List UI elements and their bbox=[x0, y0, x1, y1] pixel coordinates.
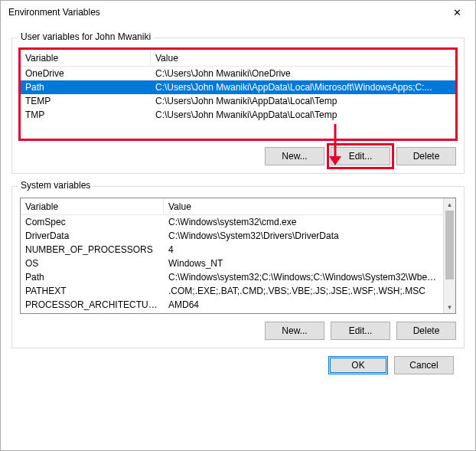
cell-value: Windows_NT bbox=[164, 257, 443, 270]
col-value[interactable]: Value bbox=[151, 50, 455, 66]
delete-button[interactable]: Delete bbox=[396, 147, 456, 165]
scroll-thumb[interactable] bbox=[445, 211, 454, 279]
user-list-body: OneDriveC:\Users\John Mwaniki\OneDrivePa… bbox=[21, 67, 455, 139]
close-icon[interactable]: ✕ bbox=[440, 2, 474, 23]
cell-variable: PATHEXT bbox=[21, 285, 164, 297]
system-variables-group: System variables Variable Value ComSpecC… bbox=[11, 186, 465, 348]
cell-value: 4 bbox=[164, 243, 443, 256]
new-button[interactable]: New... bbox=[265, 322, 324, 340]
user-button-row: New... Edit... Delete bbox=[20, 147, 456, 165]
cell-value: .COM;.EXE;.BAT;.CMD;.VBS;.VBE;.JS;.JSE;.… bbox=[164, 285, 443, 297]
titlebar: Environment Variables ✕ bbox=[1, 1, 475, 24]
cell-variable: Path bbox=[21, 271, 164, 283]
table-row[interactable]: NUMBER_OF_PROCESSORS4 bbox=[21, 243, 443, 257]
cell-variable: Path bbox=[21, 81, 151, 93]
cell-value: C:\Windows\System32\Drivers\DriverData bbox=[164, 230, 443, 242]
edit-button[interactable]: Edit... bbox=[331, 322, 390, 340]
table-row[interactable]: OSWindows_NT bbox=[21, 257, 443, 270]
cell-variable: DriverData bbox=[21, 230, 164, 242]
window-title: Environment Variables bbox=[8, 7, 440, 18]
user-variables-group: User variables for John Mwaniki Variable… bbox=[11, 38, 465, 174]
table-row[interactable]: PathC:\Windows\system32;C:\Windows;C:\Wi… bbox=[21, 270, 443, 284]
col-value[interactable]: Value bbox=[164, 198, 455, 214]
edit-button[interactable]: Edit... bbox=[331, 147, 390, 165]
system-button-row: New... Edit... Delete bbox=[20, 322, 456, 340]
table-row[interactable]: PATHEXT.COM;.EXE;.BAT;.CMD;.VBS;.VBE;.JS… bbox=[21, 284, 443, 298]
env-vars-dialog: Environment Variables ✕ User variables f… bbox=[0, 0, 476, 451]
cell-value: AMD64 bbox=[164, 299, 443, 311]
table-row[interactable]: PROCESSOR_ARCHITECTUREAMD64 bbox=[21, 298, 443, 312]
user-variables-list[interactable]: Variable Value OneDriveC:\Users\John Mwa… bbox=[20, 49, 456, 139]
new-button[interactable]: New... bbox=[265, 147, 324, 165]
cell-variable: TMP bbox=[21, 109, 151, 121]
system-list-body: ComSpecC:\Windows\system32\cmd.exeDriver… bbox=[21, 215, 455, 313]
scroll-up-icon[interactable]: ▲ bbox=[444, 198, 455, 211]
table-row[interactable]: PathC:\Users\John Mwaniki\AppData\Local\… bbox=[21, 80, 455, 94]
table-row[interactable]: DriverDataC:\Windows\System32\Drivers\Dr… bbox=[21, 229, 443, 243]
dialog-button-row: OK Cancel bbox=[11, 348, 465, 374]
cell-variable: PROCESSOR_ARCHITECTURE bbox=[21, 299, 164, 311]
table-row[interactable]: TMPC:\Users\John Mwaniki\AppData\Local\T… bbox=[21, 108, 455, 122]
cell-value: C:\Windows\system32;C:\Windows;C:\Window… bbox=[164, 271, 443, 283]
cell-variable: ComSpec bbox=[21, 216, 164, 228]
list-header: Variable Value bbox=[21, 50, 455, 67]
cell-value: C:\Users\John Mwaniki\AppData\Local\Temp bbox=[151, 109, 455, 121]
cancel-button[interactable]: Cancel bbox=[394, 356, 454, 374]
table-row[interactable]: TEMPC:\Users\John Mwaniki\AppData\Local\… bbox=[21, 94, 455, 108]
table-row[interactable]: ComSpecC:\Windows\system32\cmd.exe bbox=[21, 215, 443, 229]
cell-value: C:\Windows\system32\cmd.exe bbox=[164, 216, 443, 228]
dialog-content: User variables for John Mwaniki Variable… bbox=[1, 24, 475, 450]
col-variable[interactable]: Variable bbox=[21, 198, 164, 214]
system-group-label: System variables bbox=[18, 180, 93, 191]
scroll-down-icon[interactable]: ▼ bbox=[444, 301, 455, 313]
cell-value: C:\Users\John Mwaniki\AppData\Local\Temp bbox=[151, 95, 455, 107]
delete-button[interactable]: Delete bbox=[396, 322, 456, 340]
system-variables-list[interactable]: Variable Value ComSpecC:\Windows\system3… bbox=[20, 198, 456, 314]
cell-variable: OS bbox=[21, 257, 164, 270]
table-row[interactable]: OneDriveC:\Users\John Mwaniki\OneDrive bbox=[21, 67, 455, 80]
user-group-label: User variables for John Mwaniki bbox=[18, 31, 153, 42]
col-variable[interactable]: Variable bbox=[21, 50, 151, 66]
cell-variable: OneDrive bbox=[21, 67, 151, 80]
cell-value: C:\Users\John Mwaniki\OneDrive bbox=[151, 67, 455, 80]
cell-variable: TEMP bbox=[21, 95, 151, 107]
scrollbar[interactable]: ▲ ▼ bbox=[443, 198, 455, 313]
cell-value: C:\Users\John Mwaniki\AppData\Local\Micr… bbox=[151, 81, 455, 93]
cell-variable: NUMBER_OF_PROCESSORS bbox=[21, 243, 164, 256]
list-header: Variable Value bbox=[21, 198, 455, 215]
ok-button[interactable]: OK bbox=[328, 356, 388, 374]
